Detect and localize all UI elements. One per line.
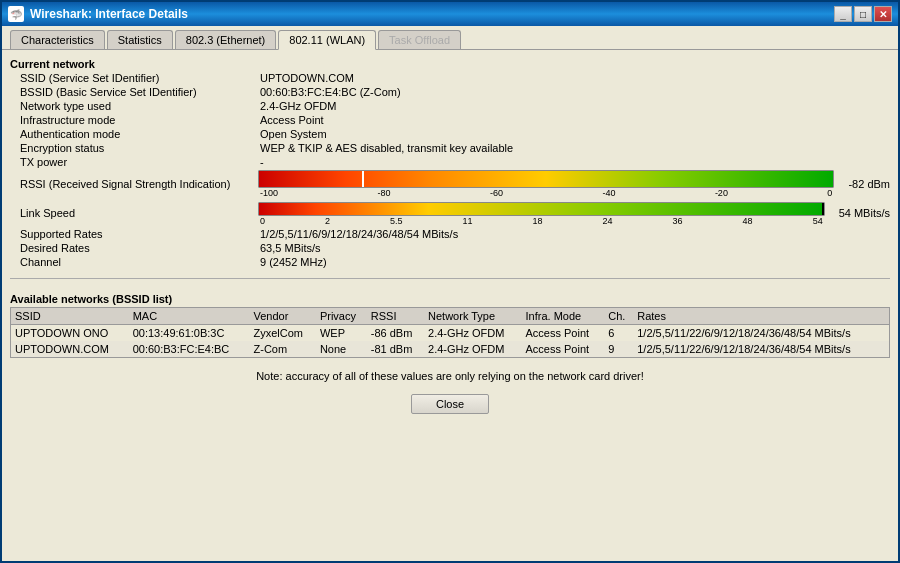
auth-mode-label: Authentication mode	[20, 128, 260, 140]
current-network-section: Current network SSID (Service Set IDenti…	[10, 58, 890, 268]
row2-rssi: -81 dBm	[367, 341, 424, 357]
rssi-row: RSSI (Received Signal Strength Indicatio…	[20, 170, 890, 198]
table-header-row: SSID MAC Vendor Privacy RSSI Network Typ…	[11, 308, 889, 325]
row1-vendor: ZyxelCom	[250, 325, 316, 342]
ls-scale-5-5: 5.5	[390, 216, 403, 226]
title-bar: 🦈 Wireshark: Interface Details _ □ ✕	[2, 2, 898, 26]
network-type-value: 2.4-GHz OFDM	[260, 100, 890, 112]
ssid-value: UPTODOWN.COM	[260, 72, 890, 84]
channel-value: 9 (2452 MHz)	[260, 256, 890, 268]
row2-network-type: 2.4-GHz OFDM	[424, 341, 521, 357]
row2-ssid: UPTODOWN.COM	[11, 341, 129, 357]
ls-scale-0: 0	[260, 216, 265, 226]
close-button[interactable]: Close	[411, 394, 489, 414]
row1-privacy: WEP	[316, 325, 367, 342]
available-networks-title: Available networks (BSSID list)	[10, 293, 890, 305]
rssi-scale-m60: -60	[490, 188, 503, 198]
ls-scale-54: 54	[813, 216, 823, 226]
ls-scale-36: 36	[673, 216, 683, 226]
row2-mac: 00:60:B3:FC:E4:BC	[129, 341, 250, 357]
link-speed-bar-container: 0 2 5.5 11 18 24 36 48 54	[258, 200, 825, 226]
tab-ethernet[interactable]: 802.3 (Ethernet)	[175, 30, 277, 49]
rssi-scale-m20: -20	[715, 188, 728, 198]
tx-power-label: TX power	[20, 156, 260, 168]
tab-wlan[interactable]: 802.11 (WLAN)	[278, 30, 376, 50]
rssi-bar	[258, 170, 834, 188]
tx-power-value: -	[260, 156, 890, 168]
networks-table-container: SSID MAC Vendor Privacy RSSI Network Typ…	[10, 307, 890, 358]
bssid-label: BSSID (Basic Service Set IDentifier)	[20, 86, 260, 98]
close-window-button[interactable]: ✕	[874, 6, 892, 22]
row1-mac: 00:13:49:61:0B:3C	[129, 325, 250, 342]
rssi-scale-m80: -80	[377, 188, 390, 198]
rssi-scale-m100: -100	[260, 188, 278, 198]
link-speed-bar	[258, 202, 825, 216]
rssi-label: RSSI (Received Signal Strength Indicatio…	[20, 178, 250, 190]
extra-info-grid: Supported Rates 1/2/5,5/11/6/9/12/18/24/…	[20, 228, 890, 268]
col-ssid: SSID	[11, 308, 129, 325]
col-mac: MAC	[129, 308, 250, 325]
row2-infra-mode: Access Point	[522, 341, 605, 357]
title-bar-left: 🦈 Wireshark: Interface Details	[8, 6, 188, 22]
footer-note: Note: accuracy of all of these values ar…	[10, 364, 890, 388]
col-privacy: Privacy	[316, 308, 367, 325]
row2-vendor: Z-Com	[250, 341, 316, 357]
title-controls: _ □ ✕	[834, 6, 892, 22]
row1-network-type: 2.4-GHz OFDM	[424, 325, 521, 342]
col-network-type: Network Type	[424, 308, 521, 325]
link-speed-marker	[822, 203, 824, 215]
supported-rates-value: 1/2/5,5/11/6/9/12/18/24/36/48/54 MBits/s	[260, 228, 890, 240]
tab-statistics[interactable]: Statistics	[107, 30, 173, 49]
infra-mode-label: Infrastructure mode	[20, 114, 260, 126]
available-networks-section: Available networks (BSSID list) SSID MAC…	[10, 293, 890, 358]
col-rssi: RSSI	[367, 308, 424, 325]
network-type-label: Network type used	[20, 100, 260, 112]
rssi-marker	[362, 171, 364, 187]
content-area: Current network SSID (Service Set IDenti…	[2, 50, 898, 561]
tabs-bar: Characteristics Statistics 802.3 (Ethern…	[2, 26, 898, 50]
link-speed-row: Link Speed 0 2 5.5 11 18 24 36 48 54	[20, 200, 890, 226]
row2-privacy: None	[316, 341, 367, 357]
row1-ssid: UPTODOWN ONO	[11, 325, 129, 342]
link-speed-label: Link Speed	[20, 207, 250, 219]
encryption-value: WEP & TKIP & AES disabled, transmit key …	[260, 142, 890, 154]
col-infra-mode: Infra. Mode	[522, 308, 605, 325]
col-vendor: Vendor	[250, 308, 316, 325]
rssi-scale: -100 -80 -60 -40 -20 0	[258, 188, 834, 198]
encryption-label: Encryption status	[20, 142, 260, 154]
auth-mode-value: Open System	[260, 128, 890, 140]
networks-table: SSID MAC Vendor Privacy RSSI Network Typ…	[11, 308, 889, 357]
link-speed-value: 54 MBits/s	[839, 207, 890, 219]
row1-rates: 1/2/5,5/11/22/6/9/12/18/24/36/48/54 MBit…	[633, 325, 889, 342]
footer-buttons: Close	[10, 394, 890, 422]
ssid-label: SSID (Service Set IDentifier)	[20, 72, 260, 84]
ls-scale-11: 11	[463, 216, 473, 226]
ls-scale-24: 24	[603, 216, 613, 226]
ls-scale-2: 2	[325, 216, 330, 226]
infra-mode-value: Access Point	[260, 114, 890, 126]
window-title: Wireshark: Interface Details	[30, 7, 188, 21]
link-speed-scale: 0 2 5.5 11 18 24 36 48 54	[258, 216, 825, 226]
row1-infra-mode: Access Point	[522, 325, 605, 342]
current-network-title: Current network	[10, 58, 890, 70]
table-row: UPTODOWN ONO 00:13:49:61:0B:3C ZyxelCom …	[11, 325, 889, 342]
row1-rssi: -86 dBm	[367, 325, 424, 342]
main-window: 🦈 Wireshark: Interface Details _ □ ✕ Cha…	[0, 0, 900, 563]
maximize-button[interactable]: □	[854, 6, 872, 22]
table-row: UPTODOWN.COM 00:60:B3:FC:E4:BC Z-Com Non…	[11, 341, 889, 357]
tab-characteristics[interactable]: Characteristics	[10, 30, 105, 49]
row1-channel: 6	[604, 325, 633, 342]
info-grid: SSID (Service Set IDentifier) UPTODOWN.C…	[20, 72, 890, 168]
minimize-button[interactable]: _	[834, 6, 852, 22]
ls-scale-48: 48	[743, 216, 753, 226]
rssi-scale-0: 0	[827, 188, 832, 198]
desired-rates-label: Desired Rates	[20, 242, 260, 254]
divider	[10, 278, 890, 279]
col-rates: Rates	[633, 308, 889, 325]
rssi-scale-m40: -40	[602, 188, 615, 198]
col-channel: Ch.	[604, 308, 633, 325]
rssi-bar-container: -100 -80 -60 -40 -20 0	[258, 170, 834, 198]
rssi-value: -82 dBm	[848, 178, 890, 190]
ls-scale-18: 18	[533, 216, 543, 226]
supported-rates-label: Supported Rates	[20, 228, 260, 240]
